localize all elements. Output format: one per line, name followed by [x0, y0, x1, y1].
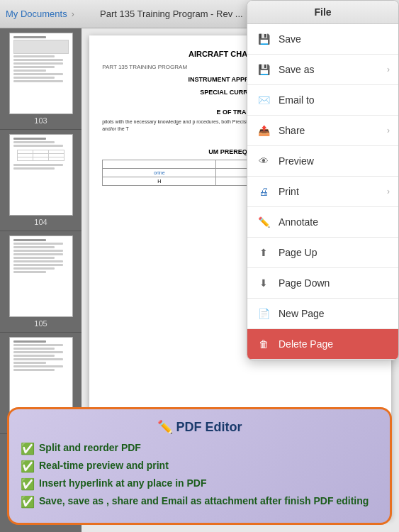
top-bar-left: My Documents ›	[6, 9, 74, 19]
promo-item-4: ✅ Save, save as , share and Email as att…	[21, 495, 378, 509]
menu-item-share[interactable]: 📤 Share ›	[247, 116, 398, 146]
promo-text-4: Save, save as , share and Email as attac…	[39, 495, 369, 506]
thumb-box-106	[9, 337, 73, 419]
menu-item-delete-page[interactable]: 🗑 Delete Page	[247, 329, 398, 360]
promo-item-2: ✅ Real-time preview and print	[21, 460, 378, 473]
menu-header: File	[247, 1, 398, 24]
share-icon: 📤	[256, 123, 271, 138]
menu-item-page-up[interactable]: ⬆ Page Up	[247, 238, 398, 268]
save-as-icon: 💾	[256, 62, 271, 77]
menu-item-new-page[interactable]: 📄 New Page	[247, 299, 398, 329]
page-up-label: Page Up	[279, 247, 390, 258]
menu-item-annotate[interactable]: ✏️ Annotate	[247, 207, 398, 238]
menu-item-email-to[interactable]: ✉️ Email to	[247, 85, 398, 116]
thumb-box-103	[9, 33, 73, 114]
check-icon-3: ✅	[21, 477, 35, 491]
table-cell-chlorine: orine	[103, 168, 216, 177]
email-to-label: Email to	[279, 94, 390, 106]
delete-page-label: Delete Page	[279, 338, 390, 350]
page-down-icon: ⬇	[256, 275, 271, 291]
file-dropdown-menu: File 💾 Save 💾 Save as › ✉️ Email to 📤 Sh…	[247, 0, 399, 360]
table-cell-h: H	[103, 177, 216, 185]
my-documents-link[interactable]: My Documents	[6, 9, 67, 19]
page-num-104: 104	[6, 218, 76, 226]
promo-item-1: ✅ Split and reorder PDF	[21, 442, 378, 455]
save-icon: 💾	[256, 31, 271, 47]
menu-item-page-down[interactable]: ⬇ Page Down	[247, 268, 398, 299]
promo-text-2: Real-time preview and print	[39, 460, 169, 471]
email-to-icon: ✉️	[256, 92, 271, 108]
promo-text-3: Insert hyperlink at any place in PDF	[39, 477, 207, 489]
thumbnail-105[interactable]: 105	[0, 231, 82, 333]
promo-title: ✏️ PDF Editor	[21, 419, 378, 435]
check-icon-1: ✅	[21, 442, 35, 455]
check-icon-4: ✅	[21, 495, 35, 509]
page-down-label: Page Down	[279, 277, 390, 289]
thumbnail-104[interactable]: 104	[0, 130, 82, 231]
delete-page-icon: 🗑	[256, 336, 271, 352]
preview-label: Preview	[279, 155, 390, 167]
thumbnail-103[interactable]: 103	[0, 28, 82, 130]
menu-item-print[interactable]: 🖨 Print ›	[247, 177, 398, 207]
document-title: Part 135 Training Program - Rev ...	[74, 9, 269, 19]
print-icon: 🖨	[256, 184, 271, 199]
menu-item-preview[interactable]: 👁 Preview	[247, 146, 398, 177]
annotate-label: Annotate	[279, 216, 390, 228]
promo-banner: ✏️ PDF Editor ✅ Split and reorder PDF ✅ …	[7, 407, 392, 525]
promo-text-1: Split and reorder PDF	[39, 442, 141, 453]
print-arrow: ›	[387, 187, 390, 196]
save-as-label: Save as	[279, 64, 387, 75]
check-icon-2: ✅	[21, 460, 35, 473]
table-header-col1	[103, 160, 216, 168]
menu-item-save-as[interactable]: 💾 Save as ›	[247, 55, 398, 85]
new-page-icon: 📄	[256, 306, 271, 321]
menu-item-save[interactable]: 💾 Save	[247, 24, 398, 55]
page-num-105: 105	[6, 319, 76, 328]
annotate-icon: ✏️	[256, 214, 271, 230]
preview-icon: 👁	[256, 153, 271, 169]
share-arrow: ›	[387, 126, 390, 135]
save-label: Save	[279, 33, 390, 45]
share-label: Share	[279, 125, 387, 136]
thumb-box-104	[9, 134, 73, 216]
new-page-label: New Page	[279, 308, 390, 319]
page-num-103: 103	[6, 116, 76, 125]
print-label: Print	[279, 186, 387, 197]
save-as-arrow: ›	[387, 65, 390, 74]
thumb-box-105	[9, 235, 73, 317]
page-up-icon: ⬆	[256, 245, 271, 260]
promo-item-3: ✅ Insert hyperlink at any place in PDF	[21, 477, 378, 491]
